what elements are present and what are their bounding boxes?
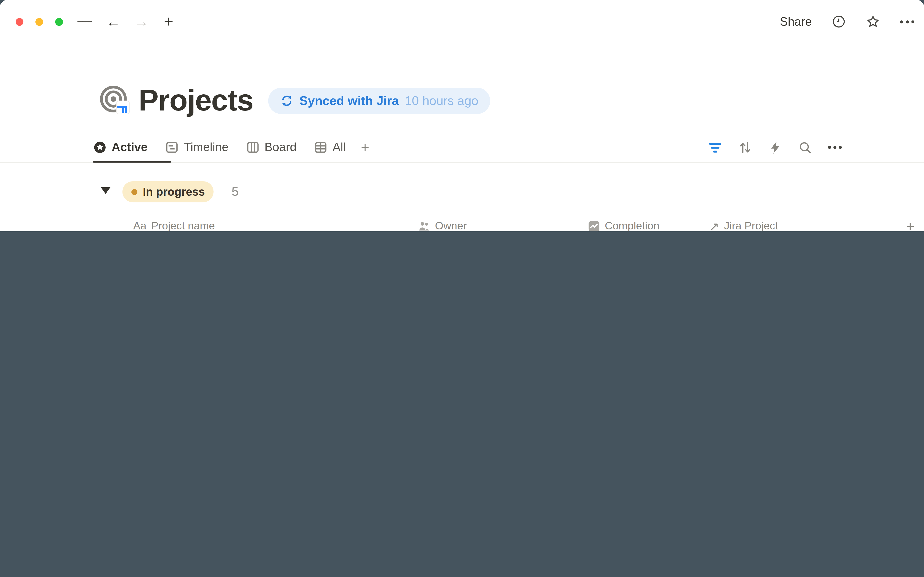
view-tabs-bar: Active Timeline Board All + (0, 133, 924, 163)
jira-badge-icon (116, 101, 130, 114)
status-dot (132, 189, 137, 195)
close-window-button[interactable] (16, 18, 23, 26)
back-icon[interactable]: ← (106, 15, 121, 29)
column-header-project-name[interactable]: Aa Project name (133, 213, 215, 231)
group-count: 5 (231, 184, 238, 199)
tab-active[interactable]: Active (85, 133, 157, 162)
add-view-icon[interactable]: + (355, 133, 375, 162)
tab-board[interactable]: Board (238, 133, 305, 162)
minimize-window-button[interactable] (35, 18, 43, 26)
external-link-icon: ↗ (709, 219, 719, 231)
jira-sync-badge[interactable]: Synced with Jira 10 hours ago (268, 88, 490, 114)
more-options-icon[interactable] (900, 20, 914, 23)
updates-clock-icon[interactable] (832, 15, 846, 29)
column-header-jira-project[interactable]: ↗ Jira Project (709, 213, 778, 231)
page-title[interactable]: Projects (138, 83, 253, 118)
view-more-options-icon[interactable] (828, 140, 842, 154)
board-view-icon (247, 141, 259, 153)
tab-label: Board (264, 140, 296, 154)
group-header: In progress 5 (0, 180, 924, 204)
active-tab-underline (93, 161, 171, 163)
tab-label: All (333, 140, 346, 154)
sidebar-menu-icon[interactable] (77, 15, 92, 29)
text-type-icon: Aa (133, 220, 146, 231)
collapse-group-icon[interactable] (101, 187, 111, 194)
desktop: ← → + Share Projects (0, 0, 924, 231)
sync-badge-label: Synced with Jira (299, 93, 399, 108)
tab-label: Active (112, 140, 148, 154)
new-tab-icon[interactable]: + (161, 15, 176, 29)
page-target-icon[interactable] (99, 84, 130, 115)
tab-label: Timeline (183, 140, 228, 154)
titlebar: ← → + Share (0, 0, 924, 44)
sort-icon[interactable] (738, 140, 752, 154)
table-view-icon (315, 141, 327, 153)
search-icon[interactable] (798, 140, 812, 154)
group-label: In progress (143, 185, 205, 198)
window-controls (16, 18, 63, 26)
people-icon (418, 220, 430, 231)
column-header-owner[interactable]: Owner (418, 213, 467, 231)
favorite-star-icon[interactable] (866, 15, 880, 29)
star-view-icon (93, 141, 106, 153)
sync-badge-time: 10 hours ago (405, 93, 478, 108)
column-label: Jira Project (724, 220, 778, 231)
sync-icon (280, 94, 293, 107)
column-header-completion[interactable]: Completion (588, 213, 660, 231)
column-label: Completion (605, 220, 659, 231)
share-button[interactable]: Share (780, 15, 812, 28)
timeline-view-icon (166, 141, 178, 153)
rollup-chart-icon (588, 220, 600, 231)
group-status-pill[interactable]: In progress (122, 181, 214, 202)
add-column-icon[interactable]: + (906, 213, 914, 231)
column-label: Owner (435, 220, 467, 231)
tab-all[interactable]: All (305, 133, 355, 162)
tab-timeline[interactable]: Timeline (157, 133, 238, 162)
forward-icon[interactable]: → (135, 15, 149, 29)
table-header: Aa Project name Owner Completion ↗ Jira … (0, 213, 924, 231)
automations-lightning-icon[interactable] (768, 140, 782, 154)
zoom-window-button[interactable] (55, 18, 63, 26)
app-window: ← → + Share Projects (0, 0, 924, 231)
column-label: Project name (151, 220, 215, 231)
filter-icon[interactable] (708, 140, 722, 154)
